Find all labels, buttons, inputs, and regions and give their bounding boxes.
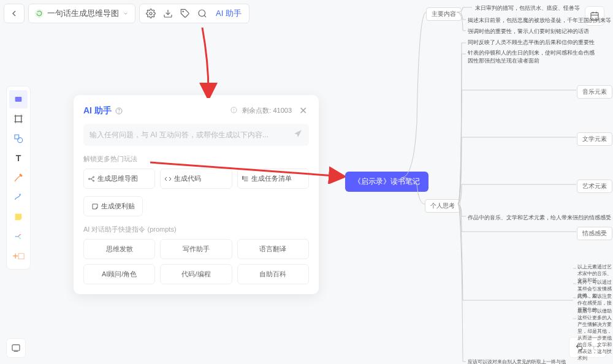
svg-point-20: [119, 112, 120, 113]
prompt-coding[interactable]: 代码/编程: [160, 264, 232, 284]
document-title-dropdown[interactable]: 一句话生成思维导图: [28, 4, 135, 23]
ai-input-container: [83, 124, 309, 146]
mindmap-root-node[interactable]: 《启示录》读书笔记: [345, 172, 428, 192]
mindmap-leaf[interactable]: 强调时他的重要性，警示人们要时刻铭记神的话语: [468, 28, 589, 36]
svg-point-25: [93, 176, 94, 178]
generate-mindmap-button[interactable]: 生成思维导图: [83, 169, 155, 189]
mindmap-leaf[interactable]: 末日审判的描写，包括洪水、瘟疫、怪兽等: [475, 4, 580, 12]
shape-tool[interactable]: [9, 129, 28, 148]
ai-prompts-grid: 思维发散 写作助手 语言翻译 AI顾问/角色 代码/编程 自助百科: [83, 239, 309, 284]
chevron-down-icon: [123, 10, 129, 17]
ai-panel-header: AI 助手 剩余点数: 41003 ✕: [83, 105, 309, 116]
frame-tool[interactable]: [9, 110, 28, 128]
prompts-section-label: AI 对话助手快捷指令 (prompts): [83, 225, 309, 234]
ai-assistant-button[interactable]: AI 助手: [211, 8, 246, 19]
mindmap-leaf[interactable]: 最后，可以借助这些让更多的人产生情解决方案里，却是其他，从而进一步更他的音乐、文…: [577, 308, 613, 362]
mindmap-node-lit[interactable]: 文学元素: [577, 132, 612, 146]
back-button[interactable]: [4, 4, 25, 23]
annotation-arrow-1: [159, 25, 233, 98]
svg-line-4: [204, 15, 206, 17]
connector-tool[interactable]: [9, 188, 28, 207]
ai-panel-title: AI 助手: [83, 105, 123, 116]
top-toolbar: 一句话生成思维导图 AI 助手: [4, 4, 249, 23]
mindmap-node-feeling[interactable]: 情感感受: [577, 227, 612, 240]
add-tool[interactable]: +□: [9, 247, 28, 265]
close-icon[interactable]: ✕: [297, 105, 309, 116]
mindmap-node-art[interactable]: 艺术元素: [577, 180, 612, 193]
ai-actions-grid: 生成思维导图 生成代码 生成任务清单: [83, 169, 309, 189]
prompt-consultant[interactable]: AI顾问/角色: [83, 264, 155, 284]
sticky-note-tool[interactable]: [9, 208, 28, 226]
left-toolbar: T +□: [6, 86, 31, 270]
toolbar-icon-group: AI 助手: [139, 4, 249, 23]
ai-actions-row2: 生成便利贴: [83, 196, 309, 216]
text-tool[interactable]: T: [9, 149, 28, 167]
svg-rect-31: [242, 178, 243, 180]
info-icon: [230, 107, 237, 115]
help-icon[interactable]: [115, 107, 123, 115]
mindmap-node-thoughts[interactable]: 个人思考: [425, 199, 460, 213]
prompt-translate[interactable]: 语言翻译: [237, 239, 309, 259]
generate-tasks-button[interactable]: 生成任务清单: [237, 169, 309, 189]
mindmap-leaf[interactable]: 作品中的音乐、文学和艺术元素，给人带来强烈的情感感受: [468, 214, 611, 222]
mindmap-leaf[interactable]: 针表的停顿和人的生日的到来，使时间感和生命伤感因性那强烈地呈现在读者面前: [468, 49, 596, 65]
svg-rect-17: [12, 345, 20, 351]
export-icon[interactable]: [159, 4, 177, 23]
ai-assistant-panel: AI 助手 剩余点数: 41003 ✕ 解锁更多热门玩法 生成思维导图 生成代码…: [74, 95, 319, 294]
generate-sticky-button[interactable]: 生成便利贴: [83, 196, 143, 216]
mindmap-leaf[interactable]: 应该可以说对来自别人意见的听取上一终与他: [468, 358, 566, 364]
generate-code-button[interactable]: 生成代码: [160, 169, 232, 189]
svg-rect-9: [15, 97, 22, 102]
bottom-left-toolbar: [6, 338, 26, 358]
unlock-section-label: 解锁更多热门玩法: [83, 154, 309, 164]
send-icon[interactable]: [293, 129, 303, 141]
mindmap-node-music[interactable]: 音乐元素: [577, 85, 612, 99]
mindmap-leaf[interactable]: 揭述末日前景，包括恶魔的被放给圣徒，千年王国的到来等: [468, 17, 611, 25]
layers-button[interactable]: [6, 338, 26, 358]
pen-tool[interactable]: [9, 169, 28, 187]
svg-point-24: [89, 178, 90, 180]
svg-rect-10: [15, 116, 21, 121]
prompt-writing[interactable]: 写作助手: [160, 239, 232, 259]
svg-point-0: [150, 12, 152, 15]
settings-icon[interactable]: [142, 4, 159, 23]
mindmap-tool[interactable]: [9, 227, 28, 246]
svg-point-3: [199, 10, 205, 17]
node-card-tool[interactable]: [9, 90, 28, 108]
mindmap-node-main[interactable]: 主要内容: [426, 7, 462, 21]
svg-point-2: [183, 11, 183, 12]
svg-rect-30: [242, 176, 243, 178]
prompt-diverge[interactable]: 思维发散: [83, 239, 155, 259]
document-title: 一句话生成思维导图: [47, 8, 119, 19]
svg-point-26: [93, 180, 94, 181]
prompt-encyclopedia[interactable]: 自助百科: [237, 264, 309, 284]
credits-label: 剩余点数: 41003: [242, 106, 292, 115]
ai-prompt-input[interactable]: [89, 131, 293, 139]
search-icon[interactable]: [194, 4, 211, 23]
tag-icon[interactable]: [177, 4, 194, 23]
mindmap-leaf[interactable]: 同时反映了人类不顾生态平衡的后果和信仰的重要性: [468, 39, 595, 47]
sync-status-icon: [35, 9, 44, 18]
svg-point-16: [18, 138, 23, 143]
